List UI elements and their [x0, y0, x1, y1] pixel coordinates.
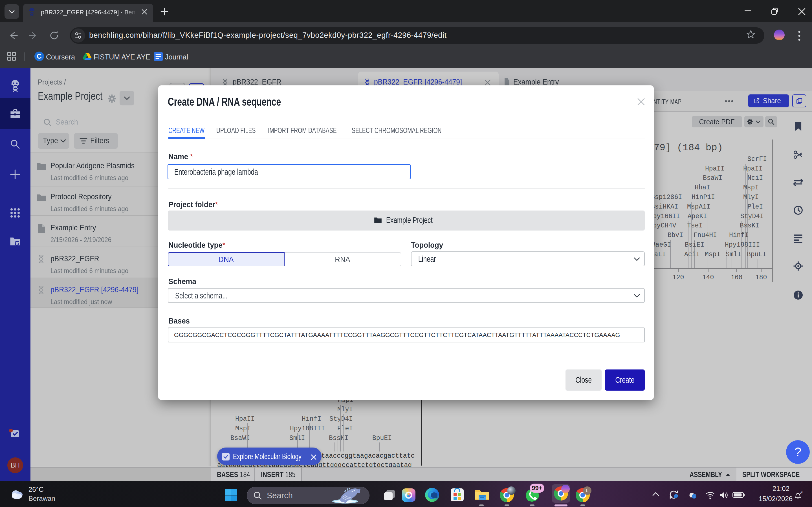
svg-text:z: z [801, 491, 803, 493]
svg-text:i: i [694, 494, 695, 499]
